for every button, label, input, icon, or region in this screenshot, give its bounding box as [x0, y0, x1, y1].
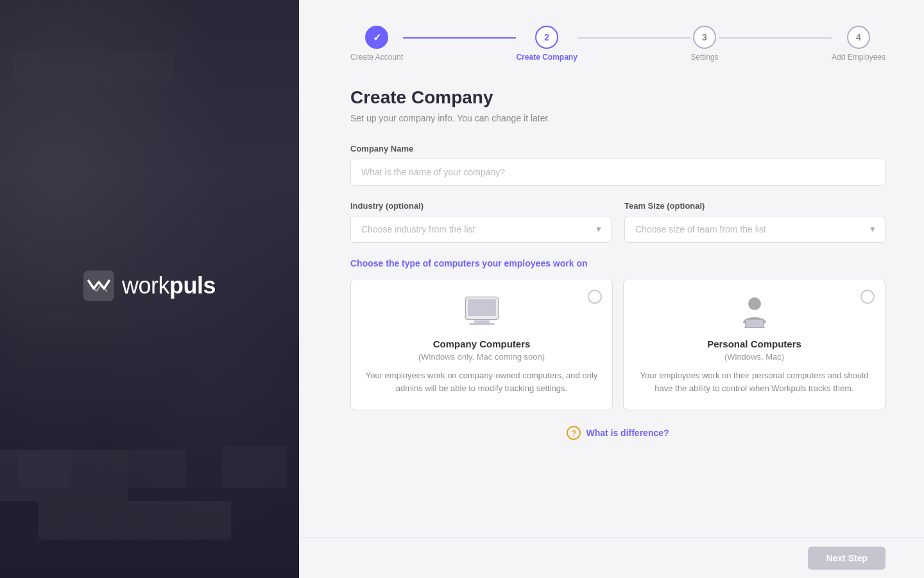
company-card-desc: Your employees work on company-owned com…	[364, 369, 599, 394]
company-card-subtitle: (Windows only, Mac coming soon)	[364, 352, 599, 362]
left-panel: workpuls	[0, 0, 299, 578]
industry-select-wrapper: Choose industry from the list Technology…	[350, 216, 612, 243]
logo-light-text: work	[122, 272, 169, 299]
company-name-group: Company Name	[350, 144, 886, 186]
next-step-button[interactable]: Next Step	[808, 547, 886, 570]
footer: Next Step	[299, 537, 924, 578]
step-3-label: Settings	[690, 53, 718, 62]
svg-rect-5	[469, 323, 495, 325]
personal-card-desc: Your employees work on their personal co…	[637, 369, 872, 394]
page-title: Create Company	[350, 87, 886, 108]
logo-icon	[83, 270, 114, 301]
page-subtitle: Set up your company info. You can change…	[350, 113, 886, 123]
difference-link-container: ? What is difference?	[350, 426, 886, 440]
industry-select[interactable]: Choose industry from the list Technology…	[350, 216, 612, 243]
industry-team-row: Industry (optional) Choose industry from…	[350, 201, 886, 243]
form-area: ✓ Create Account 2 Create Company 3 Sett…	[299, 0, 924, 537]
computer-cards: Company Computers (Windows only, Mac com…	[350, 279, 886, 410]
industry-col: Industry (optional) Choose industry from…	[350, 201, 612, 243]
svg-rect-8	[744, 327, 765, 328]
stepper: ✓ Create Account 2 Create Company 3 Sett…	[350, 26, 886, 62]
step-4-label: Add Employees	[832, 53, 886, 62]
step-line-1	[403, 37, 516, 39]
team-size-col: Team Size (optional) Choose size of team…	[624, 201, 886, 243]
personal-computer-icon	[637, 295, 872, 328]
svg-rect-3	[468, 299, 496, 316]
difference-question-icon: ?	[567, 426, 581, 440]
difference-link[interactable]: What is difference?	[586, 428, 669, 438]
right-panel: ✓ Create Account 2 Create Company 3 Sett…	[299, 0, 924, 578]
industry-label: Industry (optional)	[350, 201, 612, 211]
company-computers-radio[interactable]	[588, 290, 602, 304]
company-name-label: Company Name	[350, 144, 886, 153]
svg-rect-0	[83, 270, 114, 301]
company-card-title: Company Computers	[364, 338, 599, 349]
step-2-circle: 2	[535, 26, 558, 49]
step-3: 3 Settings	[690, 26, 718, 62]
computer-type-label: Choose the type of computers your employ…	[350, 258, 886, 268]
team-size-label: Team Size (optional)	[624, 201, 886, 211]
step-line-3	[719, 37, 832, 39]
personal-card-subtitle: (Windows, Mac)	[637, 352, 872, 362]
logo-container: workpuls	[83, 270, 216, 301]
personal-computers-radio[interactable]	[860, 290, 875, 304]
svg-rect-4	[474, 320, 490, 323]
step-4: 4 Add Employees	[832, 26, 886, 62]
step-2: 2 Create Company	[516, 26, 577, 62]
step-2-label: Create Company	[516, 53, 577, 62]
company-name-input[interactable]	[350, 159, 886, 186]
company-computers-card[interactable]: Company Computers (Windows only, Mac com…	[350, 279, 613, 410]
step-3-circle: 3	[693, 26, 716, 49]
logo-bold-text: puls	[169, 272, 216, 299]
team-size-select-wrapper: Choose size of team from the list 1-10 1…	[624, 216, 886, 243]
svg-rect-7	[746, 319, 764, 328]
step-1-label: Create Account	[350, 53, 403, 62]
step-4-circle: 4	[847, 26, 870, 49]
step-1-circle: ✓	[365, 26, 388, 49]
team-size-select[interactable]: Choose size of team from the list 1-10 1…	[624, 216, 886, 243]
step-1: ✓ Create Account	[350, 26, 403, 62]
step-line-2	[578, 37, 690, 39]
svg-point-6	[748, 297, 761, 310]
personal-computers-card[interactable]: Personal Computers (Windows, Mac) Your e…	[623, 279, 886, 410]
logo-text: workpuls	[122, 272, 216, 299]
company-computer-icon	[364, 295, 599, 328]
personal-card-title: Personal Computers	[637, 338, 872, 349]
